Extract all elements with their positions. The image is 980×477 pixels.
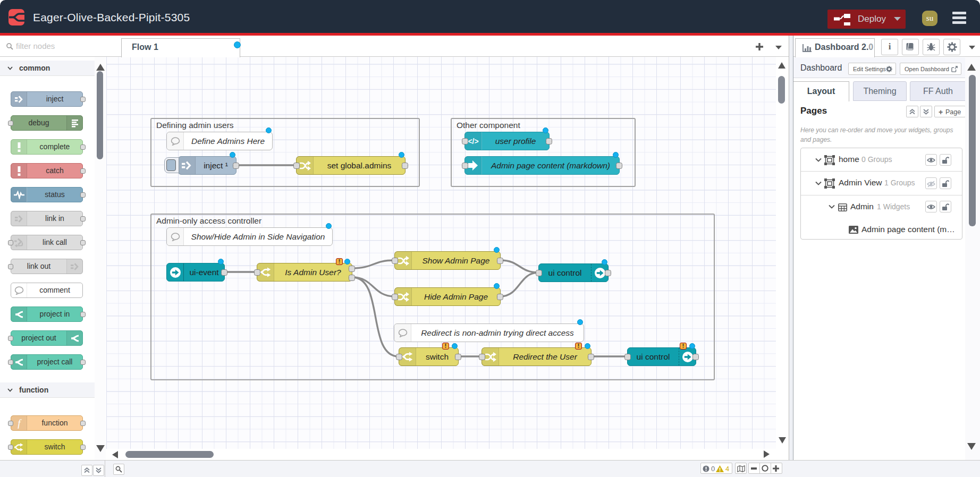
svg-text:f: f <box>18 418 22 429</box>
